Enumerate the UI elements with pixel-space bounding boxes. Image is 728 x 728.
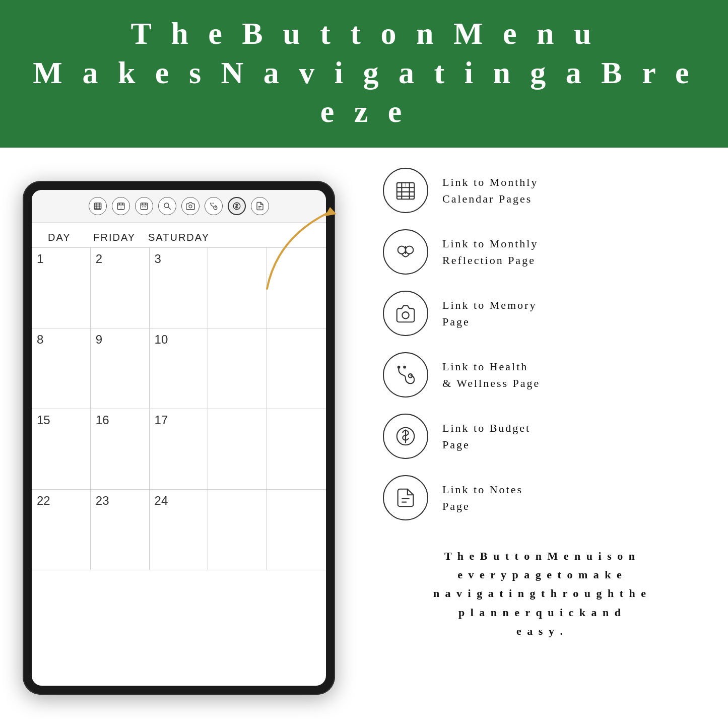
svg-point-45 bbox=[403, 365, 406, 368]
cal-cell-r4c1: 22 bbox=[32, 490, 91, 570]
cal-cell-r3c4 bbox=[208, 409, 267, 490]
toolbar-btn-stethoscope[interactable] bbox=[205, 197, 223, 215]
cal-header-day4 bbox=[216, 228, 271, 247]
feature-item-calendar: 1 Link to MonthlyCalendar Pages bbox=[383, 168, 698, 213]
cal-num: 10 bbox=[155, 333, 168, 346]
cal-cell-r3c1: 15 bbox=[32, 409, 91, 490]
feature-label-health: Link to Health& Wellness Page bbox=[442, 358, 540, 391]
cal-cell-r4c4 bbox=[208, 490, 267, 570]
header-title-line1: T h e B u t t o n M e n u bbox=[30, 14, 698, 53]
tablet-screen: 1 bbox=[32, 190, 326, 686]
toolbar-btn-camera[interactable] bbox=[181, 197, 200, 215]
main-content: 1 bbox=[0, 148, 728, 729]
svg-point-19 bbox=[144, 206, 145, 207]
cal-cell-r2c2: 9 bbox=[91, 328, 150, 409]
reflection-icon bbox=[394, 240, 417, 263]
toolbar-btn-dollar[interactable] bbox=[228, 197, 246, 215]
svg-point-40 bbox=[406, 246, 413, 253]
reflection-icon-circle bbox=[383, 229, 428, 275]
feature-label-calendar: Link to MonthlyCalendar Pages bbox=[442, 174, 538, 207]
cal-num: 2 bbox=[96, 252, 102, 266]
toolbar-btn-calendar-grid[interactable] bbox=[89, 197, 107, 215]
cal-header-day3: SATURDAY bbox=[142, 228, 216, 247]
feature-item-budget: Link to BudgetPage bbox=[383, 414, 698, 459]
toolbar-btn-notes[interactable] bbox=[251, 197, 269, 215]
cal-cell-r2c3: 10 bbox=[150, 328, 209, 409]
cal-cell-r3c5 bbox=[267, 409, 326, 490]
cal-header-day5 bbox=[271, 228, 326, 247]
footer-description: T h e B u t t o n M e n u i s o ne v e r… bbox=[383, 547, 698, 641]
dollar-icon bbox=[394, 425, 417, 448]
svg-point-26 bbox=[213, 203, 214, 204]
cal-cell-r4c3: 24 bbox=[150, 490, 209, 570]
svg-point-25 bbox=[210, 203, 211, 204]
svg-point-44 bbox=[398, 365, 401, 368]
svg-point-21 bbox=[164, 203, 169, 208]
cal-cell-r3c2: 16 bbox=[91, 409, 150, 490]
cal-cell-r1c1: 1 bbox=[32, 248, 91, 328]
svg-point-39 bbox=[398, 246, 406, 253]
budget-icon-circle bbox=[383, 414, 428, 459]
page: T h e B u t t o n M e n u M a k e s N a … bbox=[0, 0, 728, 728]
cal-num: 16 bbox=[96, 413, 109, 427]
toolbar-btn-calendar-small[interactable] bbox=[135, 197, 153, 215]
cal-cell-r4c5 bbox=[267, 490, 326, 570]
toolbar-btn-calendar-dates[interactable]: 1 bbox=[112, 197, 130, 215]
cal-num: 8 bbox=[37, 333, 43, 346]
calendar-grid-icon: 1 bbox=[394, 179, 417, 202]
tablet-device: 1 bbox=[23, 181, 335, 695]
features-section: 1 Link to MonthlyCalendar Pages Link to … bbox=[343, 148, 728, 729]
health-icon-circle bbox=[383, 352, 428, 398]
cal-cell-r2c1: 8 bbox=[32, 328, 91, 409]
feature-item-notes: Link to NotesPage bbox=[383, 475, 698, 520]
feature-label-reflection: Link to MonthlyReflection Page bbox=[442, 235, 538, 269]
svg-text:1: 1 bbox=[405, 183, 407, 187]
stethoscope-icon bbox=[394, 363, 417, 386]
cal-cell-r1c3: 3 bbox=[150, 248, 209, 328]
cal-num: 23 bbox=[96, 494, 109, 507]
memory-icon-circle bbox=[383, 291, 428, 336]
feature-label-notes: Link to NotesPage bbox=[442, 481, 523, 514]
header-title-line2: M a k e s N a v i g a t i n g a B r e e … bbox=[30, 53, 698, 131]
cal-num: 1 bbox=[37, 252, 43, 266]
cal-header-day1: DAY bbox=[32, 228, 87, 247]
calendar-area: DAY FRIDAY SATURDAY 1 2 3 bbox=[32, 223, 326, 570]
feature-item-reflection: Link to MonthlyReflection Page bbox=[383, 229, 698, 275]
svg-text:1: 1 bbox=[120, 206, 122, 209]
cal-header: DAY FRIDAY SATURDAY bbox=[32, 228, 326, 248]
cal-cell-r3c3: 17 bbox=[150, 409, 209, 490]
cal-cell-r2c4 bbox=[208, 328, 267, 409]
feature-label-memory: Link to MemoryPage bbox=[442, 297, 537, 330]
cal-num: 15 bbox=[37, 413, 50, 427]
cal-num: 3 bbox=[155, 252, 161, 266]
cal-cell-r1c4 bbox=[208, 248, 267, 328]
svg-point-42 bbox=[402, 312, 409, 318]
cal-cell-r1c2: 2 bbox=[91, 248, 150, 328]
notes-icon-circle bbox=[383, 475, 428, 520]
cal-num: 9 bbox=[96, 333, 102, 346]
cal-num: 22 bbox=[37, 494, 50, 507]
feature-item-health: Link to Health& Wellness Page bbox=[383, 352, 698, 398]
svg-line-22 bbox=[168, 207, 171, 210]
cal-cell-r2c5 bbox=[267, 328, 326, 409]
feature-item-memory: Link to MemoryPage bbox=[383, 291, 698, 336]
cal-cell-r1c5 bbox=[267, 248, 326, 328]
svg-point-18 bbox=[142, 206, 143, 207]
svg-point-20 bbox=[145, 206, 146, 207]
toolbar-btn-search[interactable] bbox=[158, 197, 176, 215]
svg-rect-14 bbox=[141, 203, 148, 210]
header-banner: T h e B u t t o n M e n u M a k e s N a … bbox=[0, 0, 728, 148]
cal-cell-r4c2: 23 bbox=[91, 490, 150, 570]
cal-num: 17 bbox=[155, 413, 168, 427]
cal-header-day2: FRIDAY bbox=[87, 228, 143, 247]
tablet-section: 1 bbox=[0, 148, 343, 729]
calendar-icon-circle: 1 bbox=[383, 168, 428, 213]
cal-grid: 1 2 3 8 9 10 15 bbox=[32, 248, 326, 570]
tablet-toolbar: 1 bbox=[32, 190, 326, 223]
notes-icon bbox=[394, 486, 417, 509]
cal-num: 24 bbox=[155, 494, 168, 507]
camera-icon bbox=[394, 302, 417, 325]
feature-label-budget: Link to BudgetPage bbox=[442, 420, 531, 453]
svg-point-23 bbox=[189, 205, 192, 208]
